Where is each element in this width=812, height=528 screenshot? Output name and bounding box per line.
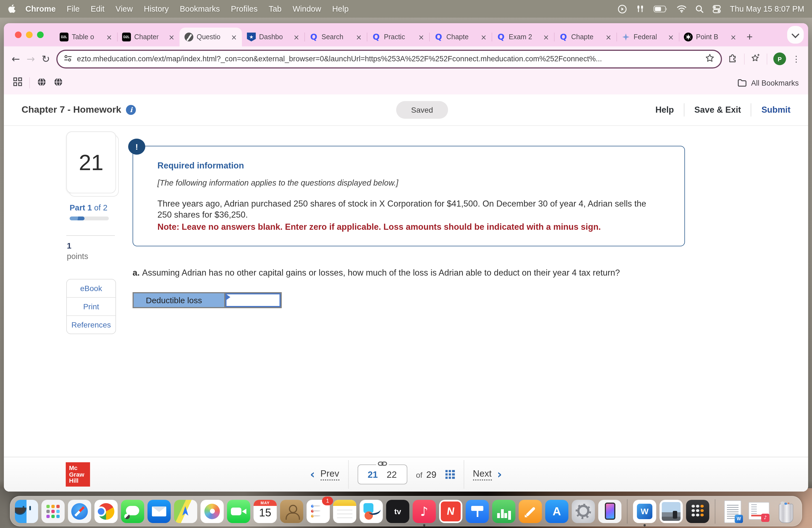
answer-input[interactable] (231, 294, 279, 306)
tab-question-active[interactable]: Questio × (179, 28, 242, 46)
dock-news-icon[interactable]: N (439, 500, 462, 523)
bookmark-globe-icon[interactable] (37, 77, 46, 89)
dock-system-settings-icon[interactable] (572, 500, 595, 523)
reload-button[interactable]: ↻ (41, 53, 50, 64)
close-tab-icon[interactable]: × (169, 33, 175, 41)
menu-item-tab[interactable]: Tab (263, 4, 287, 13)
close-tab-icon[interactable]: × (293, 33, 300, 41)
close-tab-icon[interactable]: × (605, 33, 611, 41)
dock-numbers-icon[interactable] (492, 500, 516, 523)
bookmark-sparkle-icon[interactable] (751, 53, 760, 64)
menu-item-view[interactable]: View (110, 4, 138, 13)
dock-iphone-mirroring-icon[interactable] (598, 500, 621, 523)
close-tab-icon[interactable]: × (481, 33, 487, 41)
tab-chapter-3[interactable]: Q Chapte × (554, 28, 617, 46)
profile-avatar[interactable]: P (773, 53, 786, 65)
menu-item-bookmarks[interactable]: Bookmarks (174, 4, 226, 13)
tab-exam-2[interactable]: Q Exam 2 × (492, 28, 554, 46)
dock-launchpad-icon[interactable] (41, 500, 64, 523)
url-text[interactable]: ezto.mheducation.com/ext/map/index.html?… (77, 55, 700, 63)
dock-freeform-icon[interactable] (360, 500, 383, 523)
dock-reminders-icon[interactable]: 1 (307, 500, 330, 523)
menu-item-file[interactable]: File (61, 4, 85, 13)
print-button[interactable]: Print (67, 297, 115, 316)
close-tab-icon[interactable]: × (730, 33, 736, 41)
dock-chrome-icon[interactable] (95, 500, 118, 523)
submit-button[interactable]: Submit (762, 105, 791, 115)
back-button[interactable]: ← (12, 53, 20, 64)
airpods-icon[interactable] (636, 4, 645, 13)
menu-item-help[interactable]: Help (327, 4, 354, 13)
tab-search[interactable]: Q Search × (304, 28, 367, 46)
close-tab-icon[interactable]: × (418, 33, 424, 41)
dock-minimized-music-window[interactable]: ♪ (748, 500, 771, 523)
dock-microsoft-word-icon[interactable]: W (633, 500, 656, 523)
dock-minimized-word-window[interactable]: W (721, 500, 744, 523)
site-settings-icon[interactable] (64, 54, 72, 64)
address-bar[interactable]: ezto.mheducation.com/ext/map/index.html?… (57, 49, 722, 68)
close-tab-icon[interactable]: × (106, 33, 112, 41)
dock-apple-tv-icon[interactable]: tv (386, 500, 409, 523)
minimize-window-button[interactable] (26, 31, 33, 38)
menu-item-edit[interactable]: Edit (85, 4, 110, 13)
prev-button[interactable]: ‹ Prev (310, 468, 339, 481)
tab-federal[interactable]: Federal × (617, 28, 679, 46)
dock-contacts-icon[interactable] (280, 500, 303, 523)
menu-item-chrome[interactable]: Chrome (20, 4, 61, 13)
menu-item-profiles[interactable]: Profiles (226, 4, 263, 13)
dock-pages-icon[interactable] (519, 500, 542, 523)
close-tab-icon[interactable]: × (231, 33, 237, 41)
close-tab-icon[interactable]: × (356, 33, 362, 41)
dock-preview-icon[interactable] (659, 500, 683, 523)
tab-chapter-2[interactable]: Q Chapte × (429, 28, 492, 46)
extensions-icon[interactable] (729, 53, 738, 64)
dock-photos-icon[interactable] (201, 500, 224, 523)
menu-item-window[interactable]: Window (287, 4, 327, 13)
dock-mail-icon[interactable] (147, 500, 171, 523)
control-center-icon[interactable] (713, 5, 721, 13)
chrome-menu-icon[interactable]: ⋮ (792, 54, 800, 64)
tab-chapter[interactable]: D2L Chapter × (117, 28, 179, 46)
save-and-exit-button[interactable]: Save & Exit (694, 105, 741, 115)
wifi-icon[interactable] (677, 5, 687, 13)
page-number-box[interactable]: 21 22 (358, 465, 407, 484)
tab-point-b[interactable]: Point B × (679, 28, 741, 46)
dock-maps-icon[interactable] (174, 500, 197, 523)
all-bookmarks-button[interactable]: All Bookmarks (737, 79, 799, 87)
bookmark-globe-icon[interactable] (54, 77, 63, 89)
tab-groups-grid-icon[interactable] (13, 77, 22, 88)
question-map-grid-icon[interactable] (445, 470, 454, 479)
info-icon[interactable]: i (126, 105, 136, 115)
tab-dashboard[interactable]: ★ Dashbo × (242, 28, 304, 46)
answer-cell[interactable] (226, 293, 280, 307)
dock-calculator-icon[interactable] (686, 500, 709, 523)
close-tab-icon[interactable]: × (668, 33, 674, 41)
bookmark-star-icon[interactable] (706, 53, 714, 64)
zoom-window-button[interactable] (37, 31, 44, 38)
dock-finder-icon[interactable] (15, 500, 38, 523)
dock-calendar-icon[interactable]: MAY 15 (253, 500, 277, 523)
tab-practice[interactable]: Q Practic × (367, 28, 429, 46)
dock-trash-icon[interactable] (774, 500, 797, 523)
references-button[interactable]: References (67, 316, 115, 334)
spotlight-search-icon[interactable] (696, 5, 704, 13)
battery-icon[interactable] (654, 5, 668, 12)
dock-safari-icon[interactable] (68, 500, 91, 523)
tab-search-chevron-button[interactable] (787, 26, 804, 44)
ebook-button[interactable]: eBook (67, 279, 115, 297)
screen-mirroring-icon[interactable] (618, 4, 627, 14)
help-button[interactable]: Help (655, 105, 674, 115)
apple-menu-icon[interactable] (8, 4, 15, 13)
dock-app-store-icon[interactable]: A (545, 500, 568, 523)
dock-messages-icon[interactable] (121, 500, 144, 523)
dock-music-icon[interactable]: ♪ (412, 500, 436, 523)
dock-facetime-icon[interactable] (227, 500, 250, 523)
dock-notes-icon[interactable] (333, 500, 356, 523)
menu-bar-clock[interactable]: Thu May 15 8:07 PM (730, 4, 804, 13)
close-window-button[interactable] (15, 31, 21, 38)
close-tab-icon[interactable]: × (543, 33, 549, 41)
next-button[interactable]: Next › (473, 468, 502, 481)
dock-keynote-icon[interactable] (466, 500, 489, 523)
tab-table-of[interactable]: D2L Table o × (55, 28, 117, 46)
new-tab-button[interactable]: + (741, 28, 758, 46)
